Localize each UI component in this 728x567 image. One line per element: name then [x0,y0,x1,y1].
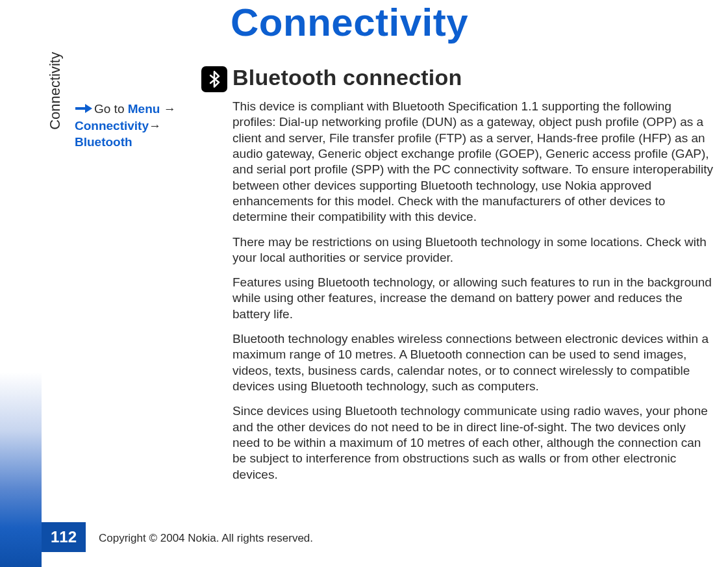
body-text: This device is compliant with Bluetooth … [232,99,713,492]
sidebar-section-label: Connectivity [47,52,64,130]
page-title: Connectivity [231,0,468,45]
page-number-box: 112 [42,522,86,552]
callout-arrow-2: → [149,119,161,132]
section-heading: Bluetooth connection [232,65,462,90]
page-number: 112 [51,528,77,546]
arrow-right-icon [75,102,93,114]
paragraph-5: Since devices using Bluetooth technology… [232,403,713,483]
paragraph-3: Features using Bluetooth technology, or … [232,275,713,322]
callout-bluetooth: Bluetooth [75,135,132,149]
paragraph-2: There may be restrictions on using Bluet… [232,234,713,266]
navigation-callout: Go to Menu →Connectivity→Bluetooth [75,101,192,151]
bluetooth-icon [201,66,227,92]
callout-arrow-1: → [160,102,175,116]
page-margin-gradient [0,372,42,567]
callout-goto: Go to [94,102,128,116]
copyright-text: Copyright © 2004 Nokia. All rights reser… [99,532,313,545]
paragraph-1: This device is compliant with Bluetooth … [232,99,713,225]
callout-menu: Menu [128,102,160,116]
paragraph-4: Bluetooth technology enables wireless co… [232,331,713,394]
callout-connectivity: Connectivity [75,119,149,132]
